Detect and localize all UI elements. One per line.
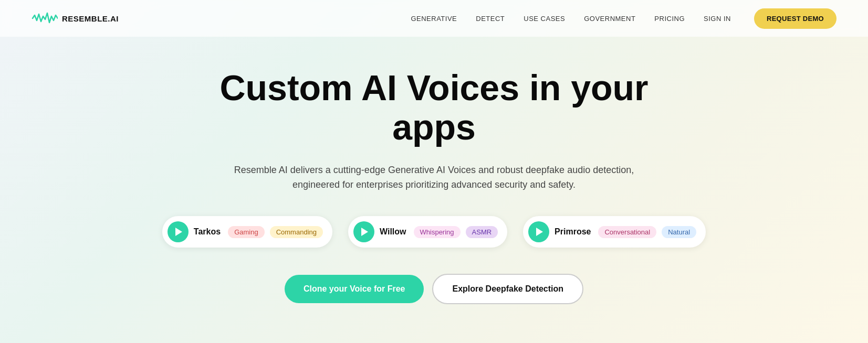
hero-title: Custom AI Voices in your apps [198, 68, 671, 147]
nav-item-detect[interactable]: DETECT [476, 14, 505, 23]
voice-card-tarkos: Tarkos Gaming Commanding [162, 216, 332, 248]
voice-name-willow: Willow [380, 227, 406, 237]
request-demo-button[interactable]: REQUEST DEMO [754, 8, 836, 29]
clone-voice-button[interactable]: Clone your Voice for Free [285, 275, 424, 303]
nav-links: GENERATIVE DETECT USE CASES GOVERNMENT P… [411, 14, 685, 23]
tag-natural: Natural [662, 226, 696, 238]
voice-name-primrose: Primrose [555, 227, 591, 237]
cta-buttons: Clone your Voice for Free Explore Deepfa… [285, 274, 583, 304]
nav-links-area: GENERATIVE DETECT USE CASES GOVERNMENT P… [411, 8, 836, 29]
logo-icon [32, 11, 58, 26]
explore-deepfake-button[interactable]: Explore Deepfake Detection [432, 274, 583, 304]
nav-item-generative[interactable]: GENERATIVE [411, 14, 457, 23]
play-button-tarkos[interactable] [168, 221, 189, 242]
voice-card-willow: Willow Whispering ASMR [348, 216, 507, 248]
voice-name-tarkos: Tarkos [194, 227, 221, 237]
play-button-willow[interactable] [353, 221, 374, 242]
tag-commanding: Commanding [270, 226, 323, 238]
voice-cards-row: Tarkos Gaming Commanding Willow Whisperi… [162, 216, 706, 248]
nav-item-use-cases[interactable]: USE CASES [524, 14, 565, 23]
sign-in-link[interactable]: SIGN IN [704, 15, 731, 23]
navbar: RESEMBLE.AI GENERATIVE DETECT USE CASES … [0, 0, 868, 37]
tag-gaming: Gaming [228, 226, 265, 238]
tag-asmr: ASMR [466, 226, 498, 238]
nav-item-pricing[interactable]: PRICING [654, 14, 685, 23]
voice-card-primrose: Primrose Conversational Natural [523, 216, 706, 248]
tag-conversational: Conversational [598, 226, 656, 238]
hero-subtitle: Resemble AI delivers a cutting-edge Gene… [229, 163, 639, 193]
logo[interactable]: RESEMBLE.AI [32, 11, 119, 26]
hero-section: Custom AI Voices in your apps Resemble A… [0, 37, 868, 330]
tag-whispering: Whispering [414, 226, 461, 238]
nav-item-government[interactable]: GOVERNMENT [584, 14, 635, 23]
logo-text: RESEMBLE.AI [62, 14, 119, 23]
play-button-primrose[interactable] [528, 221, 549, 242]
